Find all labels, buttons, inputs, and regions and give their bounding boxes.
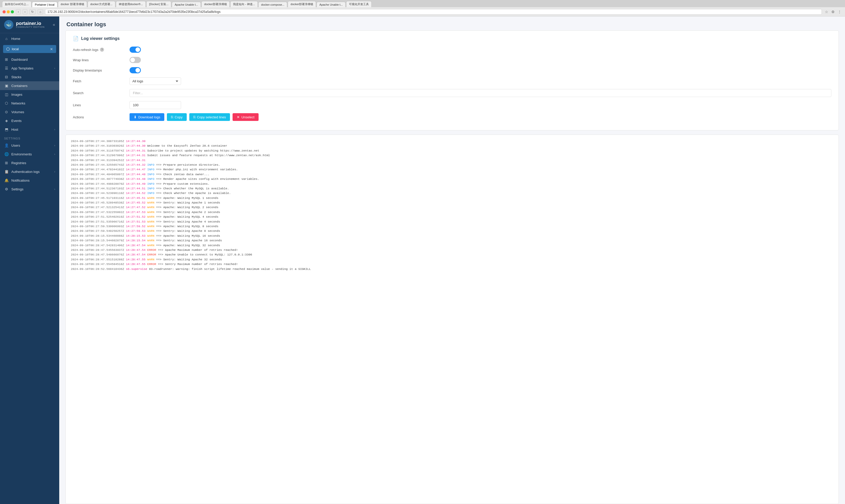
log-message: Subscribe to project updates by watching… — [145, 149, 259, 152]
log-line[interactable]: 2024-09-10T06:27:44.484965897Z 14:27:44.… — [71, 172, 833, 177]
log-line[interactable]: 2024-09-10T06:27:44.487774938Z 14:27:44.… — [71, 177, 833, 181]
sidebar-item-images[interactable]: ◫ Images — [0, 90, 59, 99]
nav-icon: ◫ — [4, 92, 9, 96]
sidebar-settings-item-users[interactable]: 👤 Users › — [0, 141, 59, 150]
copy-selected-lines-button[interactable]: ⎘ Copy selected lines — [189, 113, 230, 121]
log-timestamp: 14:27:45.52 — [124, 201, 145, 204]
log-line[interactable]: 2024-09-10T06:27:51.525402619Z 14:27:51.… — [71, 215, 833, 219]
log-line[interactable]: 2024-09-10T06:27:44.523096110Z 14:27:44.… — [71, 191, 833, 196]
refresh-btn[interactable]: ↻ — [29, 9, 36, 14]
log-line[interactable]: 2024-09-10T06:27:44.312967886Z 14:27:44.… — [71, 153, 833, 158]
settings-nav-chevron-icon: › — [54, 170, 55, 173]
log-line[interactable]: 2024-09-10T06:27:44.512367193Z 14:27:44.… — [71, 186, 833, 191]
log-line[interactable]: 2024-09-10T06:27:59.540250257Z 14:27:59.… — [71, 229, 833, 233]
log-line[interactable]: 2024-09-10T06:28:15.534460088Z 14:28:15.… — [71, 234, 833, 238]
log-line[interactable]: 2024-09-10T06:27:44.325565743Z 14:27:44.… — [71, 163, 833, 167]
log-timestamp: s6-supervise — [124, 267, 147, 271]
sidebar-item-home[interactable]: ⌂ Home — [0, 34, 59, 43]
browser-tab[interactable]: 如何在CentOS上... — [2, 1, 31, 7]
sidebar-collapse-btn[interactable]: « — [53, 22, 55, 27]
search-row: Search — [73, 89, 831, 97]
wrap-lines-toggle[interactable] — [130, 57, 141, 63]
log-line[interactable]: 2024-09-10T06:27:45.528948538Z 14:27:45.… — [71, 200, 833, 205]
display-timestamps-toggle[interactable] — [130, 67, 141, 73]
browser-tab[interactable]: Apache Unable t... — [172, 2, 201, 7]
browser-tab[interactable]: [Docker] 安装... — [146, 1, 171, 7]
log-timestamp: 14:27:44.31 — [124, 154, 145, 157]
lines-input[interactable] — [130, 101, 181, 109]
log-line[interactable]: 2024-09-10T06:28:47.551518288Z 14:28:47.… — [71, 257, 833, 262]
browser-tab[interactable]: docker部署淳傅镜 — [288, 1, 316, 7]
browser-tab[interactable]: 我是短向 - 神道... — [230, 1, 258, 7]
url-bar[interactable] — [45, 9, 822, 15]
bookmark-btn[interactable]: ☆ — [824, 9, 829, 14]
sidebar-item-volumes[interactable]: ⊙ Volumes — [0, 108, 59, 116]
log-line[interactable]: 2024-09-10T06:28:47.548666876Z 14:28:47.… — [71, 252, 833, 257]
browser-tab[interactable]: 可视化开发工具 — [346, 1, 372, 7]
settings-nav-icon: ⊞ — [4, 161, 9, 165]
sidebar-settings-item-authentication-logs[interactable]: 📋 Authentication logs › — [0, 167, 59, 176]
settings-nav-icon: 📋 — [4, 169, 9, 174]
log-line[interactable]: 2024-09-10T06:27:44.311675974Z 14:27:44.… — [71, 148, 833, 153]
auto-refresh-toggle[interactable] — [130, 47, 141, 53]
settings-nav-label: Notifications — [11, 179, 55, 182]
log-line[interactable]: 2024-09-10T06:27:45.517103116Z 14:27:45.… — [71, 196, 833, 200]
browser-tab[interactable]: Apache Unable t... — [316, 2, 346, 7]
log-line[interactable]: 2024-09-10T06:27:44.308733105Z 14:27:44.… — [71, 139, 833, 144]
auto-refresh-label: Auto-refresh logs ? — [73, 48, 130, 52]
sidebar-settings-item-settings[interactable]: ⚙ Settings › — [0, 185, 59, 194]
browser-tab[interactable]: docker 部署淳傅镜 — [58, 1, 87, 7]
extensions-btn[interactable]: ⚙ — [830, 9, 836, 14]
log-line[interactable]: 2024-09-10T06:28:47.545563937Z 14:28:47.… — [71, 248, 833, 252]
log-line[interactable]: 2024-09-10T06:27:59.530006993Z 14:27:59.… — [71, 224, 833, 229]
log-line[interactable]: 2024-09-10T06:28:47.542831406Z 14:28:47.… — [71, 243, 833, 248]
log-line[interactable]: 2024-09-10T06:27:44.478344102Z 14:27:44.… — [71, 167, 833, 172]
log-timestamp: 14:27:44.48 — [124, 173, 145, 176]
log-date: 2024-09-10T06:27:44.523096110Z — [71, 192, 124, 195]
sidebar-item-host[interactable]: ⬒ Host › — [0, 125, 59, 134]
menu-btn[interactable]: ⋮ — [837, 9, 842, 14]
fetch-select[interactable]: All logs Last 100 lines Last 500 lines L… — [130, 77, 181, 85]
sidebar-item-containers[interactable]: ▣ Containers — [0, 81, 59, 90]
log-line[interactable]: 2024-09-10T06:27:44.498828870Z 14:27:44.… — [71, 182, 833, 186]
sidebar-item-networks[interactable]: ⬡ Networks — [0, 99, 59, 108]
sidebar-item-stacks[interactable]: ⊟ Stacks — [0, 73, 59, 81]
sidebar-item-app-templates[interactable]: ☰ App Templates › — [0, 64, 59, 73]
sidebar-item-events[interactable]: ◈ Events — [0, 116, 59, 125]
browser-tab[interactable]: docker-compose... — [258, 2, 287, 7]
log-line[interactable]: 2024-09-10T06:27:47.532255802Z 14:27:47.… — [71, 210, 833, 215]
browser-tab[interactable]: docker方式部署... — [88, 1, 115, 7]
env-close-btn[interactable]: ✕ — [50, 47, 53, 51]
maximize-window-btn[interactable] — [11, 10, 14, 13]
search-input[interactable] — [130, 89, 831, 97]
forward-btn[interactable]: › — [23, 9, 27, 14]
log-line[interactable]: 2024-09-10T06:27:44.310303020Z 14:27:44.… — [71, 144, 833, 148]
unselect-button[interactable]: ✕ Unselect — [232, 113, 259, 121]
sidebar-item-dashboard[interactable]: ⊞ Dashboard — [0, 55, 59, 64]
log-level: ERROR — [145, 253, 156, 256]
download-logs-button[interactable]: ⬇ Download logs — [130, 113, 164, 121]
log-line[interactable]: 2024-09-10T06:28:52.560410436Z s6-superv… — [71, 267, 833, 271]
log-viewer[interactable]: 2024-09-10T06:27:44.308733105Z 14:27:44.… — [65, 134, 839, 504]
log-line[interactable]: 2024-09-10T06:27:44.313394252Z 14:27:44.… — [71, 158, 833, 163]
log-line[interactable]: 2024-09-10T06:28:47.554584518Z 14:28:47.… — [71, 262, 833, 267]
log-line[interactable]: 2024-09-10T06:27:47.521325413Z 14:27:47.… — [71, 205, 833, 210]
log-line[interactable]: 2024-09-10T06:27:51.535966716Z 14:27:51.… — [71, 219, 833, 224]
sidebar-settings-item-environments[interactable]: 🌐 Environments › — [0, 150, 59, 159]
nav-icon: ⊙ — [4, 110, 9, 114]
sidebar-settings-item-registries[interactable]: ⊞ Registries — [0, 159, 59, 167]
sidebar-settings-item-notifications[interactable]: 🔔 Notifications — [0, 176, 59, 185]
auto-refresh-help-icon[interactable]: ? — [100, 48, 104, 52]
copy-button[interactable]: ⎘ Copy — [167, 113, 187, 121]
log-level: WARN — [145, 234, 155, 237]
home-btn[interactable]: ⌂ — [38, 9, 43, 14]
browser-tabs: 如何在CentOS上...Portainer | localdocker 部署淳… — [0, 0, 845, 7]
log-timestamp: 14:28:15.53 — [124, 234, 145, 237]
browser-tab[interactable]: 神道使用docker®... — [116, 1, 146, 7]
browser-tab[interactable]: Portainer | local — [32, 2, 57, 7]
log-line[interactable]: 2024-09-10T06:28:15.544602879Z 14:28:15.… — [71, 238, 833, 243]
browser-tab[interactable]: docker部署淳傅镜 — [202, 1, 230, 7]
close-window-btn[interactable] — [3, 10, 6, 13]
back-btn[interactable]: ‹ — [16, 9, 21, 14]
minimize-window-btn[interactable] — [7, 10, 10, 13]
